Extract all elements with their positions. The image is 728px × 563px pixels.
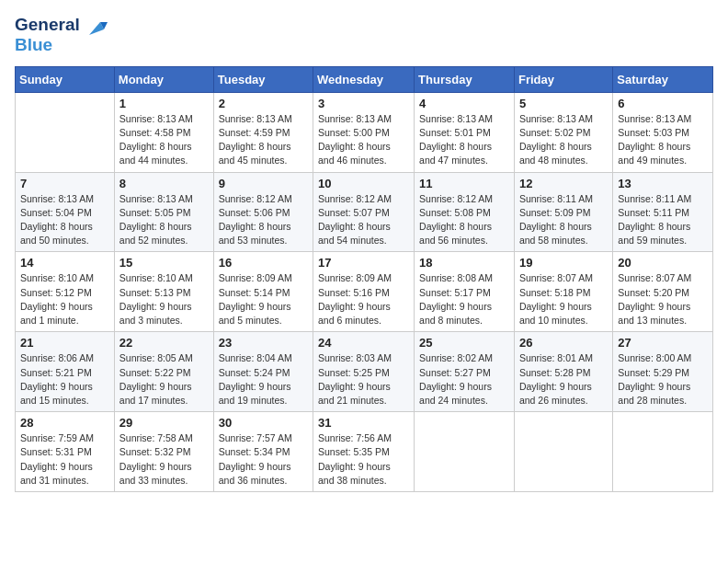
calendar-header: SundayMondayTuesdayWednesdayThursdayFrid… [16, 66, 713, 92]
calendar-cell: 8Sunrise: 8:13 AMSunset: 5:05 PMDaylight… [114, 172, 213, 252]
day-info: Sunrise: 8:00 AMSunset: 5:29 PMDaylight:… [618, 351, 708, 408]
calendar-cell: 29Sunrise: 7:58 AMSunset: 5:32 PMDayligh… [114, 412, 213, 492]
day-info: Sunrise: 7:58 AMSunset: 5:32 PMDaylight:… [119, 431, 209, 488]
day-number: 11 [419, 177, 509, 190]
calendar-cell: 11Sunrise: 8:12 AMSunset: 5:08 PMDayligh… [415, 172, 515, 252]
calendar-cell: 13Sunrise: 8:11 AMSunset: 5:11 PMDayligh… [613, 172, 713, 252]
day-number: 14 [20, 256, 109, 270]
day-info: Sunrise: 8:12 AMSunset: 5:08 PMDaylight:… [419, 192, 509, 248]
day-number: 29 [119, 416, 209, 430]
day-number: 12 [519, 177, 608, 190]
calendar-cell: 28Sunrise: 7:59 AMSunset: 5:31 PMDayligh… [16, 412, 115, 492]
day-number: 28 [20, 416, 109, 430]
calendar-cell: 21Sunrise: 8:06 AMSunset: 5:21 PMDayligh… [16, 332, 115, 412]
calendar-week-row: 28Sunrise: 7:59 AMSunset: 5:31 PMDayligh… [16, 412, 713, 492]
logo-text: General Blue [15, 15, 80, 55]
calendar-cell: 20Sunrise: 8:07 AMSunset: 5:20 PMDayligh… [613, 252, 713, 332]
calendar-cell: 25Sunrise: 8:02 AMSunset: 5:27 PMDayligh… [415, 332, 515, 412]
calendar-cell: 23Sunrise: 8:04 AMSunset: 5:24 PMDayligh… [213, 332, 313, 412]
calendar-cell: 1Sunrise: 8:13 AMSunset: 4:58 PMDaylight… [114, 92, 213, 172]
calendar-body: 1Sunrise: 8:13 AMSunset: 4:58 PMDaylight… [16, 92, 713, 491]
day-number: 5 [519, 97, 608, 110]
day-info: Sunrise: 8:06 AMSunset: 5:21 PMDaylight:… [20, 351, 109, 408]
calendar-cell: 4Sunrise: 8:13 AMSunset: 5:01 PMDaylight… [415, 92, 515, 172]
day-number: 9 [219, 177, 308, 190]
calendar-cell: 22Sunrise: 8:05 AMSunset: 5:22 PMDayligh… [114, 332, 213, 412]
day-number: 6 [618, 97, 708, 110]
calendar-table: SundayMondayTuesdayWednesdayThursdayFrid… [15, 66, 713, 492]
day-info: Sunrise: 8:09 AMSunset: 5:14 PMDaylight:… [219, 271, 308, 327]
day-info: Sunrise: 8:09 AMSunset: 5:16 PMDaylight:… [318, 271, 409, 327]
calendar-cell [514, 412, 612, 492]
weekday-header-friday: Friday [514, 66, 612, 92]
logo-combined: General Blue [15, 15, 108, 55]
day-info: Sunrise: 8:13 AMSunset: 4:58 PMDaylight:… [119, 112, 209, 168]
day-info: Sunrise: 8:12 AMSunset: 5:07 PMDaylight:… [318, 192, 409, 248]
day-info: Sunrise: 8:07 AMSunset: 5:18 PMDaylight:… [519, 271, 608, 327]
weekday-header-saturday: Saturday [613, 66, 713, 92]
day-number: 1 [119, 97, 209, 110]
logo: General Blue [15, 15, 108, 55]
day-info: Sunrise: 8:13 AMSunset: 5:01 PMDaylight:… [419, 112, 509, 168]
calendar-cell: 30Sunrise: 7:57 AMSunset: 5:34 PMDayligh… [213, 412, 313, 492]
calendar-cell: 9Sunrise: 8:12 AMSunset: 5:06 PMDaylight… [213, 172, 313, 252]
day-info: Sunrise: 8:01 AMSunset: 5:28 PMDaylight:… [519, 351, 608, 408]
day-info: Sunrise: 8:11 AMSunset: 5:11 PMDaylight:… [618, 192, 708, 248]
day-number: 31 [318, 416, 409, 430]
day-number: 3 [318, 97, 409, 110]
calendar-cell: 10Sunrise: 8:12 AMSunset: 5:07 PMDayligh… [313, 172, 415, 252]
day-info: Sunrise: 8:05 AMSunset: 5:22 PMDaylight:… [119, 351, 209, 408]
day-info: Sunrise: 7:56 AMSunset: 5:35 PMDaylight:… [318, 431, 409, 488]
calendar-cell: 16Sunrise: 8:09 AMSunset: 5:14 PMDayligh… [213, 252, 313, 332]
calendar-cell: 27Sunrise: 8:00 AMSunset: 5:29 PMDayligh… [613, 332, 713, 412]
day-info: Sunrise: 8:13 AMSunset: 4:59 PMDaylight:… [219, 112, 308, 168]
day-info: Sunrise: 8:13 AMSunset: 5:03 PMDaylight:… [618, 112, 708, 168]
calendar-week-row: 1Sunrise: 8:13 AMSunset: 4:58 PMDaylight… [16, 92, 713, 172]
day-number: 27 [618, 336, 708, 350]
day-number: 19 [519, 256, 608, 270]
calendar-cell: 14Sunrise: 8:10 AMSunset: 5:12 PMDayligh… [16, 252, 115, 332]
day-info: Sunrise: 8:02 AMSunset: 5:27 PMDaylight:… [419, 351, 509, 408]
day-number: 25 [419, 336, 509, 350]
calendar-cell [415, 412, 515, 492]
day-info: Sunrise: 7:57 AMSunset: 5:34 PMDaylight:… [219, 431, 308, 488]
day-info: Sunrise: 8:13 AMSunset: 5:02 PMDaylight:… [519, 112, 608, 168]
day-number: 13 [618, 177, 708, 190]
day-number: 24 [318, 336, 409, 350]
calendar-cell: 5Sunrise: 8:13 AMSunset: 5:02 PMDaylight… [514, 92, 612, 172]
header: General Blue [15, 15, 713, 55]
day-number: 10 [318, 177, 409, 190]
calendar-cell [16, 92, 115, 172]
day-number: 15 [119, 256, 209, 270]
calendar-week-row: 7Sunrise: 8:13 AMSunset: 5:04 PMDaylight… [16, 172, 713, 252]
logo-bird-icon [82, 18, 108, 44]
day-info: Sunrise: 8:04 AMSunset: 5:24 PMDaylight:… [219, 351, 308, 408]
day-info: Sunrise: 8:08 AMSunset: 5:17 PMDaylight:… [419, 271, 509, 327]
day-number: 4 [419, 97, 509, 110]
calendar-cell: 19Sunrise: 8:07 AMSunset: 5:18 PMDayligh… [514, 252, 612, 332]
day-number: 2 [219, 97, 308, 110]
calendar-cell: 3Sunrise: 8:13 AMSunset: 5:00 PMDaylight… [313, 92, 415, 172]
calendar-week-row: 21Sunrise: 8:06 AMSunset: 5:21 PMDayligh… [16, 332, 713, 412]
day-info: Sunrise: 8:11 AMSunset: 5:09 PMDaylight:… [519, 192, 608, 248]
calendar-cell: 12Sunrise: 8:11 AMSunset: 5:09 PMDayligh… [514, 172, 612, 252]
day-number: 21 [20, 336, 109, 350]
weekday-header-wednesday: Wednesday [313, 66, 415, 92]
calendar-week-row: 14Sunrise: 8:10 AMSunset: 5:12 PMDayligh… [16, 252, 713, 332]
day-info: Sunrise: 8:03 AMSunset: 5:25 PMDaylight:… [318, 351, 409, 408]
calendar-cell: 31Sunrise: 7:56 AMSunset: 5:35 PMDayligh… [313, 412, 415, 492]
day-info: Sunrise: 8:12 AMSunset: 5:06 PMDaylight:… [219, 192, 308, 248]
weekday-header-tuesday: Tuesday [213, 66, 313, 92]
calendar-cell: 15Sunrise: 8:10 AMSunset: 5:13 PMDayligh… [114, 252, 213, 332]
calendar-cell [613, 412, 713, 492]
day-info: Sunrise: 8:07 AMSunset: 5:20 PMDaylight:… [618, 271, 708, 327]
day-info: Sunrise: 8:10 AMSunset: 5:12 PMDaylight:… [20, 271, 109, 327]
weekday-header-monday: Monday [114, 66, 213, 92]
day-number: 8 [119, 177, 209, 190]
day-number: 22 [119, 336, 209, 350]
day-number: 16 [219, 256, 308, 270]
calendar-cell: 24Sunrise: 8:03 AMSunset: 5:25 PMDayligh… [313, 332, 415, 412]
calendar-cell: 2Sunrise: 8:13 AMSunset: 4:59 PMDaylight… [213, 92, 313, 172]
day-info: Sunrise: 8:13 AMSunset: 5:04 PMDaylight:… [20, 192, 109, 248]
day-info: Sunrise: 7:59 AMSunset: 5:31 PMDaylight:… [20, 431, 109, 488]
